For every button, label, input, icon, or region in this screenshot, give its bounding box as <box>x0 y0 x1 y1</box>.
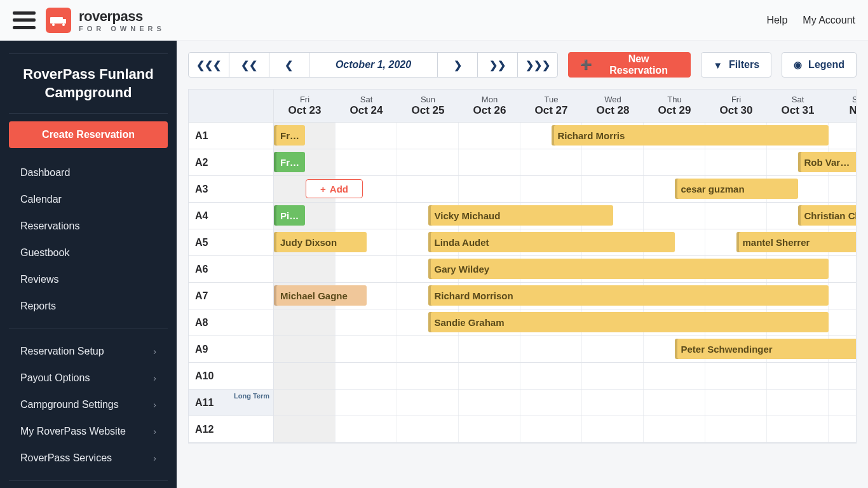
sidebar-item-roverpass-services[interactable]: RoverPass Services› <box>0 445 177 471</box>
calendar-cell[interactable] <box>397 123 459 149</box>
site-label[interactable]: A6 <box>189 256 274 282</box>
current-date[interactable]: October 1, 2020 <box>309 53 437 77</box>
calendar-cell[interactable] <box>459 176 520 202</box>
calendar-cell[interactable] <box>582 416 644 442</box>
reservation-block[interactable]: Linda Audet <box>428 232 675 252</box>
calendar-cell[interactable] <box>459 416 520 442</box>
reservation-block[interactable]: Peter Schwendinger <box>675 339 857 359</box>
reservation-block[interactable]: Sandie Graham <box>428 312 829 332</box>
sidebar-item-my-roverpass-website[interactable]: My RoverPass Website› <box>0 418 177 445</box>
reservation-block[interactable]: Pi… <box>274 205 305 226</box>
sidebar-item-campground-settings[interactable]: Campground Settings› <box>0 391 177 418</box>
calendar-cell[interactable] <box>705 363 767 389</box>
sidebar-item-reservations[interactable]: Reservations <box>0 213 177 240</box>
calendar-cell[interactable] <box>459 123 520 149</box>
nav-back-3-icon[interactable]: ❮❮❮ <box>189 53 229 77</box>
reservation-block[interactable]: Richard Morris <box>552 125 829 146</box>
calendar-cell[interactable] <box>705 416 767 442</box>
nav-back-1-icon[interactable]: ❮ <box>269 53 309 77</box>
calendar-cell[interactable] <box>829 416 857 442</box>
calendar-cell[interactable] <box>829 123 857 149</box>
sidebar-item-calendar[interactable]: Calendar <box>0 186 177 213</box>
sidebar-item-dashboard[interactable]: Dashboard <box>0 159 177 186</box>
row-cells[interactable]: Judy DixsonLinda Audetmantel Sherrer <box>274 229 857 255</box>
reservation-block[interactable]: Richard Morrison <box>428 285 829 306</box>
sidebar-item-guestbook[interactable]: Guestbook <box>0 240 177 266</box>
calendar-cell[interactable] <box>459 149 520 175</box>
row-cells[interactable] <box>274 416 857 442</box>
calendar-cell[interactable] <box>829 176 857 202</box>
calendar-cell[interactable] <box>397 149 459 175</box>
calendar-cell[interactable] <box>520 149 582 175</box>
calendar-cell[interactable] <box>644 363 705 389</box>
calendar-cell[interactable] <box>582 149 644 175</box>
calendar-cell[interactable] <box>582 176 644 202</box>
calendar-cell[interactable] <box>274 363 336 389</box>
calendar-cell[interactable] <box>644 416 705 442</box>
site-label[interactable]: A9 <box>189 336 274 362</box>
row-cells[interactable]: Fr…Rob Var… <box>274 149 857 175</box>
calendar-cell[interactable] <box>644 203 705 229</box>
row-cells[interactable]: Sandie Graham <box>274 309 857 336</box>
legend-button[interactable]: ◉Legend <box>782 52 857 78</box>
row-cells[interactable]: Michael GagneRichard Morrison <box>274 283 857 309</box>
calendar-cell[interactable] <box>767 416 829 442</box>
reservation-block[interactable]: Judy Dixson <box>274 232 367 252</box>
nav-forward-1-icon[interactable]: ❯ <box>437 53 477 77</box>
calendar-cell[interactable] <box>829 283 857 309</box>
reservation-block[interactable]: Christian Cl <box>798 205 857 226</box>
reservation-block[interactable]: Vicky Michaud <box>428 205 613 226</box>
calendar-cell[interactable] <box>274 390 336 416</box>
calendar-cell[interactable] <box>705 149 767 175</box>
row-cells[interactable] <box>274 390 857 416</box>
site-label[interactable]: A5 <box>189 229 274 255</box>
calendar-cell[interactable] <box>520 336 582 362</box>
calendar-cell[interactable] <box>336 309 397 336</box>
calendar-cell[interactable] <box>336 149 397 175</box>
sidebar-item-reservation-setup[interactable]: Reservation Setup› <box>0 338 177 365</box>
site-label[interactable]: A2 <box>189 149 274 175</box>
sidebar-item-reviews[interactable]: Reviews <box>0 266 177 293</box>
my-account-link[interactable]: My Account <box>803 15 855 26</box>
calendar-cell[interactable] <box>336 123 397 149</box>
create-reservation-button[interactable]: Create Reservation <box>9 121 168 148</box>
new-reservation-button[interactable]: ➕New Reservation <box>568 52 691 78</box>
calendar-cell[interactable] <box>336 256 397 282</box>
site-label[interactable]: A11Long Term <box>189 390 274 416</box>
row-cells[interactable]: Peter Schwendinger <box>274 336 857 362</box>
calendar-cell[interactable] <box>582 390 644 416</box>
calendar-cell[interactable] <box>644 149 705 175</box>
site-label[interactable]: A3 <box>189 176 274 202</box>
calendar-cell[interactable] <box>397 416 459 442</box>
calendar-cell[interactable] <box>829 309 857 336</box>
calendar-cell[interactable] <box>274 416 336 442</box>
calendar-cell[interactable] <box>520 176 582 202</box>
help-link[interactable]: Help <box>766 15 787 26</box>
calendar-cell[interactable] <box>274 309 336 336</box>
reservation-block[interactable]: Fr… <box>274 152 305 172</box>
calendar-cell[interactable] <box>336 363 397 389</box>
reservation-block[interactable]: Fr… <box>274 125 305 146</box>
site-label[interactable]: A4 <box>189 203 274 229</box>
calendar-cell[interactable] <box>274 336 336 362</box>
calendar-cell[interactable] <box>705 203 767 229</box>
filters-button[interactable]: ▼Filters <box>701 52 771 78</box>
logo[interactable]: roverpass FOR OWNERS <box>46 8 165 33</box>
calendar-cell[interactable] <box>520 363 582 389</box>
calendar-cell[interactable] <box>520 390 582 416</box>
calendar-cell[interactable] <box>274 256 336 282</box>
calendar-cell[interactable] <box>397 363 459 389</box>
sidebar-item-payout-options[interactable]: Payout Options› <box>0 365 177 391</box>
calendar-cell[interactable] <box>459 363 520 389</box>
calendar-cell[interactable] <box>336 390 397 416</box>
site-label[interactable]: A10 <box>189 363 274 389</box>
calendar-cell[interactable] <box>705 390 767 416</box>
calendar-cell[interactable] <box>397 176 459 202</box>
row-cells[interactable]: Fr…Richard Morris <box>274 123 857 149</box>
site-label[interactable]: A8 <box>189 309 274 336</box>
calendar-cell[interactable] <box>829 390 857 416</box>
sidebar-item-reports[interactable]: Reports <box>0 293 177 320</box>
reservation-block[interactable]: Gary Wildey <box>428 259 829 279</box>
site-label[interactable]: A7 <box>189 283 274 309</box>
calendar-cell[interactable] <box>829 363 857 389</box>
